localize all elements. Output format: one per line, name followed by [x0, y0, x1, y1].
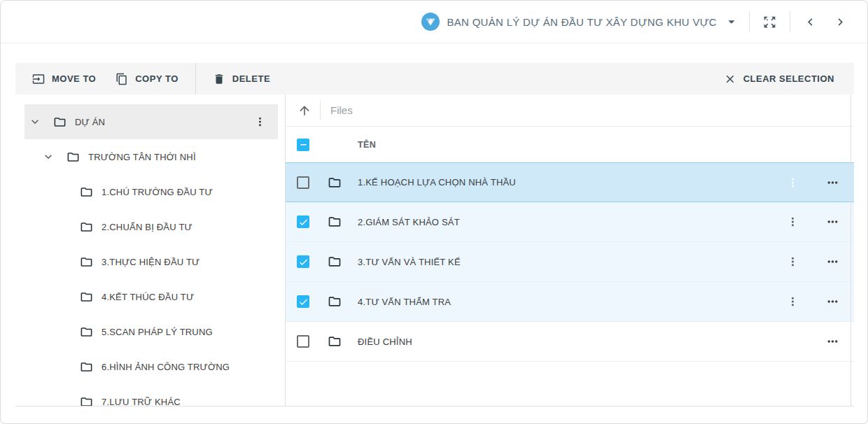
- tree-item[interactable]: 5.SCAN PHÁP LÝ TRUNG: [15, 314, 285, 349]
- file-name: 3.TƯ VẤN VÀ THIẾT KẾ: [358, 257, 461, 267]
- select-all-checkbox[interactable]: [297, 139, 309, 151]
- tree-item-menu-button[interactable]: [252, 114, 268, 130]
- folder-icon: [328, 176, 342, 190]
- row-checkbox[interactable]: [297, 176, 309, 189]
- more-vert-icon: [253, 115, 267, 129]
- tree-item-label: TRƯỜNG TÂN THỚI NHÌ: [88, 152, 196, 162]
- copy-to-label: COPY TO: [135, 73, 178, 84]
- tree-item-label: 6.HÌNH ẢNH CÔNG TRƯỜNG: [102, 362, 230, 372]
- more-vert-icon: [786, 295, 799, 309]
- tree-item-label: 4.KẾT THÚC ĐẦU TƯ: [102, 292, 194, 302]
- toolbar: MOVE TO COPY TO DELETE CLEAR SELECTION: [15, 63, 854, 94]
- org-name: BAN QUẢN LÝ DỰ ÁN ĐẦU TƯ XÂY DỰNG KHU VỰ…: [447, 16, 717, 28]
- trash-icon: [213, 73, 225, 85]
- main-area: DỰ ÁNTRƯỜNG TÂN THỚI NHÌ1.CHÚ TRƯỜNG ĐẦU…: [15, 94, 854, 406]
- file-name: 1.KẾ HOẠCH LỰA CHỌN NHÀ THẦU: [358, 177, 516, 188]
- tree-item[interactable]: DỰ ÁN: [24, 104, 278, 139]
- clear-selection-button[interactable]: CLEAR SELECTION: [714, 63, 844, 94]
- row-more-button[interactable]: [824, 253, 841, 271]
- move-to-icon: [32, 73, 45, 85]
- tree-item[interactable]: 7.LƯU TRỮ KHÁC: [15, 384, 285, 406]
- tree-item[interactable]: 1.CHÚ TRƯỜNG ĐẦU TƯ: [15, 174, 285, 209]
- path-divider: [320, 101, 321, 120]
- indeterminate-icon: [298, 139, 309, 150]
- path-bar: Files: [286, 94, 854, 127]
- chevron-left-icon: [803, 15, 818, 29]
- more-horiz-icon: [825, 334, 840, 349]
- org-selector[interactable]: BAN QUẢN LÝ DỰ ÁN ĐẦU TƯ XÂY DỰNG KHU VỰ…: [421, 13, 739, 31]
- more-horiz-icon: [825, 215, 840, 229]
- arrow-up-icon: [298, 104, 312, 118]
- row-more-button[interactable]: [824, 333, 841, 351]
- app-window: BAN QUẢN LÝ DỰ ÁN ĐẦU TƯ XÂY DỰNG KHU VỰ…: [0, 0, 868, 424]
- chevron-right-icon: [833, 15, 848, 29]
- folder-icon: [80, 220, 93, 234]
- folder-icon: [80, 395, 93, 407]
- move-to-label: MOVE TO: [52, 73, 96, 84]
- file-row[interactable]: ĐIỀU CHỈNH: [286, 322, 854, 362]
- row-more-button[interactable]: [824, 293, 841, 311]
- file-row[interactable]: 3.TƯ VẤN VÀ THIẾT KẾ: [286, 242, 854, 282]
- file-name: 4.TƯ VẤN THẨM TRA: [358, 297, 451, 307]
- tree-item-label: DỰ ÁN: [75, 117, 105, 127]
- row-more-button[interactable]: [824, 174, 841, 191]
- folder-icon: [80, 360, 93, 374]
- more-horiz-icon: [825, 255, 840, 269]
- header-divider: [790, 11, 790, 32]
- check-icon: [298, 217, 309, 227]
- more-vert-icon: [786, 176, 799, 189]
- delete-button[interactable]: DELETE: [203, 63, 280, 94]
- clear-selection-label: CLEAR SELECTION: [743, 73, 834, 84]
- folder-icon: [53, 115, 66, 129]
- fullscreen-button[interactable]: [760, 12, 780, 32]
- column-header-name[interactable]: TÊN: [358, 140, 376, 150]
- dropdown-caret-icon: [724, 14, 739, 29]
- check-icon: [298, 297, 309, 307]
- prev-button[interactable]: [800, 12, 820, 32]
- scrollbar-track[interactable]: [850, 94, 851, 406]
- row-menu-button[interactable]: [785, 174, 801, 190]
- tree-item-label: 1.CHÚ TRƯỜNG ĐẦU TƯ: [102, 187, 213, 197]
- header: BAN QUẢN LÝ DỰ ÁN ĐẦU TƯ XÂY DỰNG KHU VỰ…: [1, 1, 867, 43]
- row-checkbox[interactable]: [297, 335, 309, 348]
- more-horiz-icon: [825, 175, 840, 190]
- file-rows: 1.KẾ HOẠCH LỰA CHỌN NHÀ THẦU2.GIÁM SÁT K…: [286, 162, 854, 362]
- file-row[interactable]: 1.KẾ HOẠCH LỰA CHỌN NHÀ THẦU: [286, 162, 854, 202]
- next-button[interactable]: [830, 12, 850, 32]
- row-menu-button[interactable]: [785, 254, 801, 270]
- folder-icon: [80, 325, 93, 339]
- more-horiz-icon: [825, 295, 840, 309]
- list-header: TÊN: [286, 127, 854, 162]
- content-card: MOVE TO COPY TO DELETE CLEAR SELECTION: [15, 63, 854, 407]
- row-menu-button[interactable]: [785, 294, 801, 310]
- close-icon: [724, 73, 736, 85]
- row-checkbox[interactable]: [297, 215, 309, 228]
- tree-item[interactable]: 4.KẾT THÚC ĐẦU TƯ: [15, 279, 285, 314]
- folder-icon: [328, 215, 342, 229]
- tree-item[interactable]: 3.THỰC HIỆN ĐẦU TƯ: [15, 244, 285, 279]
- row-checkbox[interactable]: [297, 255, 309, 268]
- row-more-button[interactable]: [824, 213, 841, 231]
- file-row[interactable]: 4.TƯ VẤN THẨM TRA: [286, 282, 854, 322]
- folder-icon: [66, 150, 80, 164]
- tree-item[interactable]: 2.CHUẨN BỊ ĐẦU TƯ: [15, 209, 285, 244]
- row-menu-button[interactable]: [785, 214, 801, 230]
- folder-icon: [80, 255, 93, 269]
- folder-icon: [328, 334, 342, 348]
- row-checkbox[interactable]: [297, 295, 309, 308]
- file-name: ĐIỀU CHỈNH: [358, 337, 412, 347]
- file-row[interactable]: 2.GIÁM SÁT KHẢO SÁT: [286, 202, 854, 242]
- more-vert-icon: [786, 255, 799, 269]
- path-label: Files: [330, 104, 353, 116]
- move-to-button[interactable]: MOVE TO: [22, 63, 106, 94]
- tree-item[interactable]: 6.HÌNH ẢNH CÔNG TRƯỜNG: [15, 349, 285, 384]
- tree-item-label: 5.SCAN PHÁP LÝ TRUNG: [102, 327, 213, 337]
- copy-icon: [115, 73, 128, 85]
- folder-icon: [328, 295, 342, 309]
- tree-item[interactable]: TRƯỜNG TÂN THỚI NHÌ: [15, 139, 285, 174]
- header-divider: [749, 11, 750, 32]
- up-folder-button[interactable]: [295, 101, 314, 120]
- copy-to-button[interactable]: COPY TO: [106, 63, 188, 94]
- chevron-down-icon: [41, 150, 55, 164]
- more-vert-icon: [786, 215, 799, 229]
